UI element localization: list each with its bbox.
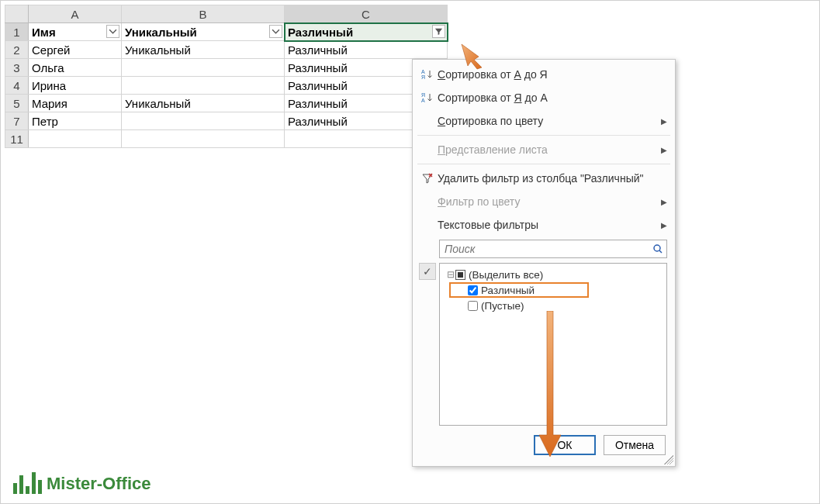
menu-filter-color-label: Фильтр по цвету	[438, 195, 661, 208]
menu-sheet-view: Представление листа ▶	[413, 138, 675, 161]
cell-B3[interactable]	[122, 59, 285, 77]
filter-dropdown-A[interactable]	[106, 25, 119, 38]
row-header-4[interactable]: 4	[5, 77, 29, 95]
chevron-down-icon	[109, 27, 117, 36]
cell-A7[interactable]: Петр	[29, 112, 122, 130]
svg-point-4	[654, 245, 660, 251]
menu-sort-desc[interactable]: ЯА Сортировка от Я до А	[413, 86, 675, 109]
cell-C2[interactable]: Различный	[285, 41, 448, 59]
filter-dropdown-B[interactable]	[269, 25, 282, 38]
filter-node-select-all[interactable]: ⊟ (Выделить все)	[443, 267, 663, 282]
menu-text-filters[interactable]: Текстовые фильтры ▶	[413, 213, 675, 236]
cell-A3[interactable]: Ольга	[29, 59, 122, 77]
menu-sheet-view-label: Представление листа	[438, 143, 661, 156]
search-icon	[649, 243, 666, 254]
chevron-down-icon	[272, 27, 280, 36]
menu-sort-color[interactable]: Сортировка по цвету ▶	[413, 109, 675, 133]
menu-sort-asc[interactable]: АЯ Сортировка от А до Я	[413, 63, 675, 86]
col-header-B[interactable]: B	[122, 5, 285, 23]
logo-bars-icon	[13, 472, 42, 494]
filter-node-blanks[interactable]: (Пустые)	[443, 298, 663, 313]
header-label-C: Различный	[288, 26, 353, 39]
filter-menu: АЯ Сортировка от А до Я ЯА Сортировка от…	[412, 59, 676, 467]
header-label-B: Уникальный	[125, 26, 197, 39]
col-header-C[interactable]: C	[285, 5, 448, 23]
filter-funnel-icon	[434, 27, 443, 36]
tree-collapse-icon[interactable]: ⊟	[446, 269, 455, 280]
filter-node-opt1[interactable]: Различный	[443, 282, 663, 298]
filter-search-input[interactable]	[440, 243, 649, 255]
row-header-1[interactable]: 1	[5, 23, 29, 41]
sort-asc-icon: АЯ	[417, 68, 438, 81]
ok-button[interactable]: ОК	[534, 435, 596, 455]
cancel-button[interactable]: Отмена	[604, 435, 666, 455]
menu-filter-color: Фильтр по цвету ▶	[413, 190, 675, 213]
filter-dropdown-C-active[interactable]	[432, 25, 445, 38]
row-header-11[interactable]: 11	[5, 130, 29, 148]
resize-grip-icon[interactable]	[664, 455, 673, 464]
cell-B2[interactable]: Уникальный	[122, 41, 285, 59]
logo-text: Mister-Office	[47, 474, 151, 494]
cell-A2[interactable]: Сергей	[29, 41, 122, 59]
filter-node-select-all-label: (Выделить все)	[469, 269, 543, 281]
menu-text-filters-label: Текстовые фильтры	[438, 219, 661, 231]
cell-B7[interactable]	[122, 112, 285, 130]
filter-node-opt1-label: Различный	[481, 285, 535, 296]
header-cell-A1[interactable]: Имя	[29, 23, 122, 41]
cell-B4[interactable]	[122, 77, 285, 95]
menu-clear-filter-label: Удалить фильтр из столбца "Различный"	[438, 172, 667, 185]
watermark-logo: Mister-Office	[13, 472, 151, 494]
svg-text:А: А	[421, 98, 425, 103]
filter-search-box[interactable]	[439, 240, 667, 258]
menu-sort-color-label: Сортировка по цвету	[438, 115, 661, 127]
checkbox-indeterminate[interactable]	[455, 270, 465, 280]
cell-A4[interactable]: Ирина	[29, 77, 122, 95]
select-all-corner[interactable]	[5, 5, 29, 23]
svg-text:Я: Я	[421, 74, 425, 80]
submenu-arrow-icon: ▶	[661, 198, 667, 206]
row-header-2[interactable]: 2	[5, 41, 29, 59]
row-header-5[interactable]: 5	[5, 95, 29, 112]
tree-toggle-icon[interactable]: ✓	[419, 263, 436, 280]
clear-filter-icon	[417, 172, 438, 185]
checkbox-opt1[interactable]	[468, 285, 478, 295]
submenu-arrow-icon: ▶	[661, 221, 667, 230]
row-header-3[interactable]: 3	[5, 59, 29, 77]
cell-B5[interactable]: Уникальный	[122, 95, 285, 112]
cell-A5[interactable]: Мария	[29, 95, 122, 112]
checkbox-blanks[interactable]	[468, 301, 478, 311]
sort-desc-icon: ЯА	[417, 91, 438, 104]
cell-A11[interactable]	[29, 130, 122, 148]
menu-clear-filter[interactable]: Удалить фильтр из столбца "Различный"	[413, 167, 675, 190]
svg-text:А: А	[421, 69, 425, 74]
filter-node-blanks-label: (Пустые)	[481, 300, 524, 312]
header-cell-B1[interactable]: Уникальный	[122, 23, 285, 41]
menu-sort-asc-label: Сортировка от А до Я	[438, 68, 667, 81]
header-cell-C1[interactable]: Различный	[285, 23, 448, 41]
col-header-A[interactable]: A	[29, 5, 122, 23]
svg-text:Я: Я	[421, 92, 425, 98]
cell-B11[interactable]	[122, 130, 285, 148]
header-label-A: Имя	[32, 26, 56, 39]
submenu-arrow-icon: ▶	[661, 146, 667, 154]
submenu-arrow-icon: ▶	[661, 117, 667, 126]
menu-sort-desc-label: Сортировка от Я до А	[438, 91, 667, 104]
spreadsheet-grid[interactable]: A B C 1 Имя Уникальный Различный 2 Серге…	[5, 5, 448, 148]
row-header-7[interactable]: 7	[5, 112, 29, 130]
filter-values-tree[interactable]: ⊟ (Выделить все) Различный (Пустые)	[439, 263, 667, 426]
